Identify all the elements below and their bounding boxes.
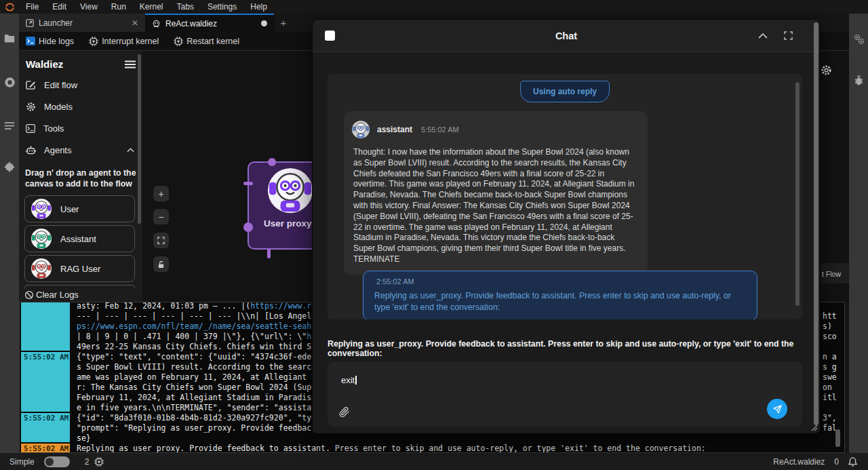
- log-line-fragment: itl: [823, 393, 837, 403]
- sidebar-menu-icon[interactable]: [125, 60, 136, 68]
- log-line-fragment: on: [823, 383, 832, 393]
- agents-label: Agents: [44, 145, 71, 155]
- tab-launcher[interactable]: Launcher ✕: [19, 14, 145, 32]
- lock-button[interactable]: [153, 256, 169, 272]
- fullscreen-icon[interactable]: [784, 31, 793, 40]
- extensions-icon[interactable]: [0, 152, 19, 183]
- node-avatar: [268, 168, 313, 213]
- right-activity-bar: [849, 14, 868, 453]
- log-line: asty: Feb 12, 2024, 01:03 pm — ... |(htt…: [77, 302, 326, 311]
- log-line-fragment: s): [823, 321, 832, 332]
- reply-request-timestamp: 2:55:02 AM: [374, 277, 746, 286]
- sidebar-item-models[interactable]: Models: [26, 102, 134, 112]
- resize-handle[interactable]: [811, 425, 818, 431]
- status-bar: Simple 2 ReAct.waldiez 0: [0, 453, 868, 470]
- tab-close-icon[interactable]: ✕: [132, 18, 138, 28]
- fit-view-icon: [157, 237, 165, 244]
- menu-kernel[interactable]: Kernel: [133, 2, 170, 12]
- chat-modal-header[interactable]: Chat: [313, 20, 820, 52]
- text-caret: [355, 376, 357, 385]
- auto-reply-badge: Using auto reply: [520, 81, 610, 102]
- interrupt-kernel-label: Interrupt kernel: [102, 37, 159, 46]
- hide-logs-button[interactable]: Hide logs: [26, 37, 74, 46]
- menu-settings[interactable]: Settings: [201, 2, 243, 12]
- log-line: | 8 | 9 | 0 | .471 | 400 | 379 |\"}, {\"…: [77, 332, 326, 342]
- file-browser-icon[interactable]: [0, 23, 19, 54]
- menu-view[interactable]: View: [73, 2, 104, 12]
- new-tab-button[interactable]: +: [274, 14, 293, 32]
- agent-card-label: User: [60, 204, 79, 214]
- chat-input-value[interactable]: exit: [341, 375, 357, 385]
- agents-robot-icon: [26, 146, 36, 155]
- debugger-bug-icon[interactable]: [849, 65, 868, 96]
- edit-pencil-icon: [26, 80, 36, 90]
- notification-count: 0: [834, 457, 839, 467]
- modal-scrollbar[interactable]: [814, 22, 818, 425]
- sidebar-scrollbar[interactable]: [138, 54, 141, 224]
- chevron-up-icon[interactable]: [127, 148, 134, 153]
- clear-logs-button[interactable]: Clear Logs: [24, 290, 79, 300]
- current-file-label[interactable]: ReAct.waldiez: [773, 457, 825, 467]
- property-inspector-icon[interactable]: [849, 23, 868, 54]
- log-line: se}: [77, 433, 316, 444]
- send-button[interactable]: [767, 399, 787, 419]
- bell-icon[interactable]: [848, 457, 857, 467]
- sidebar-item-tools[interactable]: Tools: [26, 123, 134, 134]
- menu-file[interactable]: File: [19, 2, 45, 12]
- running-kernels-icon[interactable]: [0, 66, 19, 98]
- log-timestamp: 5:55:02 AM: [21, 352, 70, 412]
- agent-card-user[interactable]: User: [24, 195, 135, 222]
- clear-logs-label: Clear Logs: [36, 290, 79, 300]
- log-line: --- | --- | --- | --- | --- | --- |\\n| …: [77, 311, 326, 321]
- log-line-fragment: sco: [823, 332, 837, 342]
- menu-tabs[interactable]: Tabs: [170, 2, 201, 12]
- log-line: e in five years.\n\nTERMINATE", "sender"…: [77, 403, 321, 413]
- clear-icon: [24, 290, 34, 300]
- models-icon: [26, 102, 36, 112]
- table-of-contents-icon[interactable]: [0, 110, 19, 141]
- flow-button-fragment[interactable]: t Flow: [819, 263, 849, 283]
- waldiez-sidebar: Waldiez Edit flow Models Tools Agents Dr…: [19, 51, 142, 303]
- node-handle-left-source[interactable]: [243, 222, 253, 232]
- log-line-fragment: fal: [823, 423, 837, 433]
- unsaved-dot-icon[interactable]: [261, 20, 267, 26]
- hide-logs-label: Hide logs: [39, 37, 74, 46]
- tab-react-waldiez[interactable]: ReAct.waldiez: [145, 14, 274, 32]
- fit-view-button[interactable]: [153, 233, 169, 248]
- menu-help[interactable]: Help: [243, 2, 274, 12]
- sidebar-item-agents[interactable]: Agents: [26, 145, 134, 155]
- messages-scrollbar[interactable]: [795, 82, 800, 306]
- user-agent-avatar: [31, 199, 52, 219]
- menu-edit[interactable]: Edit: [45, 2, 73, 12]
- sidebar-item-edit-flow[interactable]: Edit flow: [26, 80, 134, 90]
- simple-mode-toggle[interactable]: [44, 456, 70, 467]
- log-line: s Super Bowl LVIII) result. According to…: [77, 362, 321, 372]
- agent-card-rag-user[interactable]: RAG User: [24, 255, 135, 282]
- agent-card-label: RAG User: [60, 264, 100, 274]
- assistant-message-avatar: [352, 121, 370, 138]
- attach-file-button[interactable]: [338, 406, 350, 418]
- log-block: 5:55:02 AMReplying as user_proxy. Provid…: [21, 444, 845, 453]
- chat-input-box[interactable]: exit: [328, 361, 802, 427]
- restart-kernel-button[interactable]: Restart kernel: [174, 37, 239, 46]
- flow-settings-gear-icon[interactable]: [821, 64, 832, 76]
- log-line: Replying as user_proxy. Provide feedback…: [77, 444, 706, 453]
- menu-run[interactable]: Run: [104, 2, 133, 12]
- node-handle-bottom[interactable]: [267, 249, 271, 258]
- app-logo-icon: [0, 2, 19, 12]
- kernel-status-icon[interactable]: [94, 457, 104, 467]
- node-handle-left[interactable]: [243, 182, 253, 185]
- log-scrollbar[interactable]: [835, 429, 840, 447]
- log-timestamp: [21, 302, 70, 351]
- interrupt-kernel-button[interactable]: Interrupt kernel: [89, 37, 159, 46]
- log-line-fragment: swe: [823, 372, 837, 383]
- zoom-out-button[interactable]: −: [153, 209, 169, 224]
- tab-launcher-label: Launcher: [39, 18, 73, 28]
- chat-modal: Chat Using auto reply assistant 5:55:02 …: [312, 19, 821, 434]
- terminal-icon: [26, 37, 35, 45]
- zoom-in-button[interactable]: +: [153, 186, 169, 201]
- agent-card-assistant[interactable]: Assistant: [24, 225, 135, 252]
- log-line: ame was played on February 11, 2024, at …: [77, 372, 321, 383]
- node-handle-top[interactable]: [268, 158, 276, 166]
- collapse-chevron-icon[interactable]: [758, 33, 768, 39]
